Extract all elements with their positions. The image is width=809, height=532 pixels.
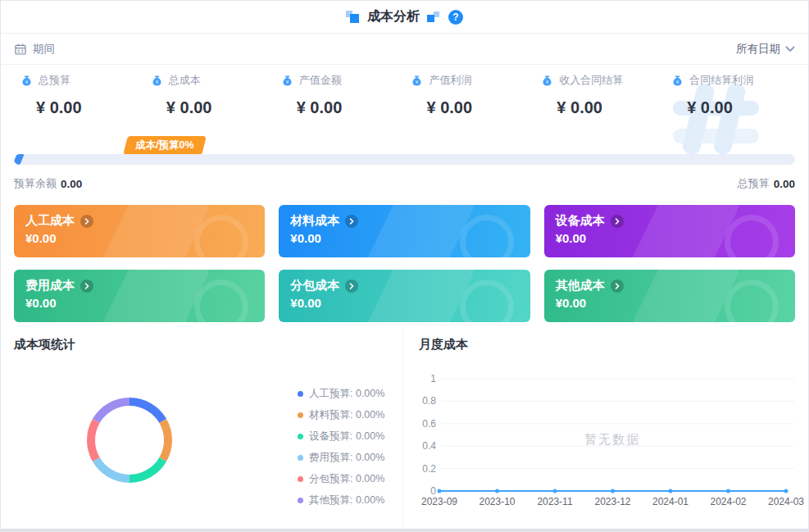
cost-card-expense[interactable]: 费用成本 ¥0.00 — [14, 270, 265, 322]
budget-progress-bar — [14, 154, 795, 165]
budget-remaining: 预算余额 0.00 — [14, 176, 82, 191]
stat-total-budget: ¥ 总预算 ¥ 0.00 — [14, 73, 144, 117]
legend-item-other-budget[interactable]: 其他预算: 0.00% — [298, 493, 384, 507]
progress-fill — [14, 154, 25, 165]
svg-text:0.8: 0.8 — [422, 395, 436, 407]
svg-text:0.4: 0.4 — [422, 440, 436, 452]
chevron-right-icon — [611, 215, 624, 228]
stat-value: ¥ 0.00 — [687, 98, 795, 117]
chevron-down-icon — [785, 46, 795, 52]
stat-label: 合同结算利润 — [689, 73, 753, 88]
money-bag-icon: ¥ — [541, 75, 553, 87]
svg-text:2023-12: 2023-12 — [594, 496, 630, 507]
money-bag-icon: ¥ — [671, 75, 684, 87]
stat-label: 总成本 — [169, 73, 201, 88]
cost-analysis-page: 成本分析 ? 期间 所有日期 ¥ 总预算 ¥ 0.0 — [0, 0, 809, 532]
legend-dot-icon — [298, 391, 303, 397]
svg-text:2023-11: 2023-11 — [537, 496, 572, 507]
stat-output-profit: ¥ 产值利润 ¥ 0.00 — [404, 73, 534, 117]
budget-summary-row: 预算余额 0.00 总预算 0.00 — [14, 176, 795, 191]
stat-value: ¥ 0.00 — [166, 98, 275, 117]
stats-row: ¥ 总预算 ¥ 0.00 ¥ 总成本 ¥ 0.00 ¥ 产值金额 ¥ 0.00 … — [14, 73, 795, 117]
legend-item-material-budget[interactable]: 材料预算: 0.00% — [298, 408, 384, 422]
money-bag-icon: ¥ — [20, 75, 33, 87]
svg-text:1: 1 — [430, 373, 436, 384]
stat-contract-settlement-profit: ¥ 合同结算利润 ¥ 0.00 — [665, 73, 795, 117]
svg-text:0.2: 0.2 — [422, 463, 436, 475]
date-range-select[interactable]: 所有日期 — [736, 42, 795, 57]
chevron-right-icon — [80, 280, 93, 293]
stat-income-contract-settlement: ¥ 收入合同结算 ¥ 0.00 — [534, 73, 665, 117]
chevron-right-icon — [345, 280, 358, 293]
legend-dot-icon — [298, 434, 303, 439]
budget-total: 总预算 0.00 — [738, 176, 795, 191]
panel-divider — [402, 330, 403, 525]
money-bag-icon: ¥ — [151, 75, 163, 87]
monthly-cost-line-chart: 00.20.40.60.81暂无数据2023-092023-102023-112… — [409, 364, 809, 512]
stat-value: ¥ 0.00 — [426, 98, 534, 117]
cost-items-chart-title: 成本项统计 — [14, 337, 75, 352]
money-bag-icon: ¥ — [281, 75, 293, 87]
legend-dot-icon — [298, 498, 303, 503]
cost-budget-ratio-badge: 成本/预算0% — [123, 136, 206, 155]
legend-item-labor-budget[interactable]: 人工预算: 0.00% — [298, 387, 384, 401]
svg-text:2023-10: 2023-10 — [479, 496, 515, 507]
page-title: 成本分析 — [367, 8, 420, 25]
stat-value: ¥ 0.00 — [297, 98, 405, 117]
legend-item-expense-budget[interactable]: 费用预算: 0.00% — [298, 451, 384, 465]
svg-text:0: 0 — [430, 485, 436, 497]
svg-text:2023-09: 2023-09 — [421, 496, 457, 507]
period-label: 期间 — [33, 42, 55, 57]
cost-card-labor[interactable]: 人工成本 ¥0.00 — [14, 205, 265, 257]
donut-legend: 人工预算: 0.00% 材料预算: 0.00% 设备预算: 0.00% 费用预算… — [298, 387, 384, 507]
legend-dot-icon — [298, 412, 303, 418]
stat-total-cost: ¥ 总成本 ¥ 0.00 — [144, 73, 275, 117]
svg-text:2024-02: 2024-02 — [710, 496, 746, 507]
money-bag-icon: ¥ — [411, 75, 423, 87]
stat-value: ¥ 0.00 — [557, 98, 665, 117]
chevron-right-icon — [611, 280, 624, 293]
svg-text:2024-01: 2024-01 — [652, 496, 689, 507]
chevron-right-icon — [80, 215, 93, 228]
stat-label: 产值利润 — [429, 73, 471, 88]
period-filter[interactable]: 期间 — [14, 42, 55, 57]
date-range-value: 所有日期 — [736, 42, 780, 57]
legend-dot-icon — [298, 455, 303, 461]
stat-label: 收入合同结算 — [559, 73, 623, 88]
stat-label: 总预算 — [39, 73, 70, 88]
chevron-right-icon — [345, 215, 358, 228]
cost-cards-grid: 人工成本 ¥0.00 材料成本 ¥0.00 设备成本 ¥0.00 费用成本 ¥0… — [14, 205, 795, 322]
cost-card-material[interactable]: 材料成本 ¥0.00 — [279, 205, 529, 257]
title-decor-left-icon — [346, 11, 360, 23]
stat-output-value: ¥ 产值金额 ¥ 0.00 — [275, 73, 405, 117]
cost-items-donut-chart — [64, 375, 195, 506]
stat-value: ¥ 0.00 — [36, 98, 144, 117]
svg-text:暂无数据: 暂无数据 — [584, 432, 640, 446]
help-icon[interactable]: ? — [448, 10, 463, 25]
filter-bar: 期间 所有日期 — [1, 34, 808, 65]
stat-label: 产值金额 — [299, 73, 342, 88]
legend-item-subcontract-budget[interactable]: 分包预算: 0.00% — [298, 472, 384, 486]
svg-text:2024-03: 2024-03 — [768, 496, 804, 507]
cost-card-equipment[interactable]: 设备成本 ¥0.00 — [544, 205, 795, 257]
legend-dot-icon — [298, 476, 303, 482]
monthly-cost-chart-title: 月度成本 — [419, 337, 468, 352]
title-decor-right-icon — [427, 11, 441, 23]
calendar-icon — [14, 43, 27, 56]
window-bottom-edge — [1, 529, 808, 531]
cost-card-other[interactable]: 其他成本 ¥0.00 — [544, 270, 795, 322]
page-header: 成本分析 ? — [1, 1, 808, 34]
svg-text:0.6: 0.6 — [422, 418, 436, 430]
legend-item-equipment-budget[interactable]: 设备预算: 0.00% — [298, 430, 384, 443]
cost-card-subcontract[interactable]: 分包成本 ¥0.00 — [279, 270, 529, 322]
